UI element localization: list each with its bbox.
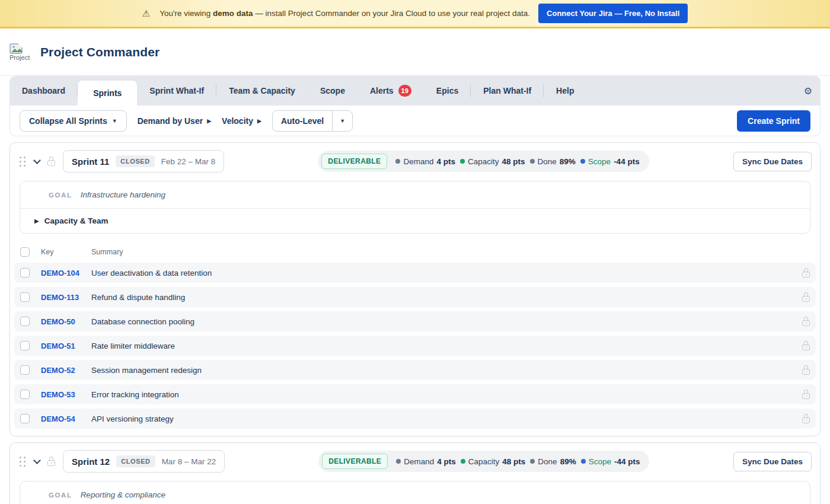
sprint-dates: Mar 8 – Mar 22	[162, 457, 216, 466]
sync-due-dates-button[interactable]: Sync Due Dates	[733, 452, 812, 471]
sprint-card-12: Sprint 12 CLOSED Mar 8 – Mar 22 DELIVERA…	[9, 442, 821, 504]
tab-team-capacity[interactable]: Team & Capacity	[216, 76, 308, 106]
tab-help[interactable]: Help	[544, 76, 586, 106]
tab-epics[interactable]: Epics	[424, 76, 471, 106]
gray-dot-icon	[530, 159, 535, 164]
sync-due-dates-button[interactable]: Sync Due Dates	[733, 152, 812, 171]
tab-bar: Dashboard Sprints Sprint What-If Team & …	[9, 76, 821, 106]
select-all-checkbox[interactable]	[20, 247, 30, 257]
app-header: Project Project Commander	[0, 28, 830, 76]
stat-value: 4 pts	[437, 457, 456, 466]
app-logo-broken-image: Project	[9, 43, 33, 61]
chevron-down-icon[interactable]	[33, 157, 41, 164]
sprint-card-11: Sprint 11 CLOSED Feb 22 – Mar 8 DELIVERA…	[9, 142, 821, 436]
table-row[interactable]: DEMO-104 User deactivation & data retent…	[14, 263, 816, 283]
logo-alt-text: Project	[9, 54, 30, 61]
row-checkbox[interactable]	[20, 414, 30, 423]
row-checkbox[interactable]	[20, 268, 30, 277]
goal-label: GOAL	[49, 192, 72, 199]
tab-alerts[interactable]: Alerts 19	[357, 76, 424, 106]
issue-key-link[interactable]: DEMO-50	[41, 317, 91, 326]
issue-summary: Rate limiter middleware	[91, 342, 175, 350]
tab-scope[interactable]: Scope	[308, 76, 357, 106]
sprint-dates: Feb 22 – Mar 8	[161, 157, 216, 166]
alerts-count-badge: 19	[398, 85, 411, 97]
table-row[interactable]: DEMO-52 Session management redesign	[14, 360, 816, 380]
table-row[interactable]: DEMO-113 Refund & dispute handling	[14, 287, 816, 307]
lock-icon	[47, 460, 55, 466]
velocity-label: Velocity	[222, 116, 253, 126]
capacity-team-expander[interactable]: ▶ Capacity & Team	[20, 208, 810, 233]
auto-level-caret[interactable]: ▼	[332, 111, 352, 131]
stat-label: Capacity	[468, 157, 499, 166]
nav-wrap: Dashboard Sprints Sprint What-If Team & …	[9, 76, 821, 136]
caret-down-icon: ▼	[340, 118, 345, 124]
issue-key-link[interactable]: DEMO-104	[41, 269, 91, 277]
table-row[interactable]: DEMO-51 Rate limiter middleware	[14, 336, 816, 356]
expander-right-icon: ▶	[34, 218, 39, 224]
goal-label: GOAL	[49, 492, 72, 499]
tab-dashboard[interactable]: Dashboard	[9, 76, 78, 106]
lock-icon	[802, 393, 810, 399]
tab-sprints[interactable]: Sprints	[78, 81, 137, 106]
chevron-down-icon[interactable]	[33, 457, 41, 464]
sprint-name-pill[interactable]: Sprint 12 CLOSED Mar 8 – Mar 22	[63, 450, 225, 473]
blue-dot-icon	[581, 459, 586, 464]
demand-by-user-label: Demand by User	[138, 116, 203, 126]
lock-icon	[47, 160, 55, 166]
collapse-all-sprints-label: Collapse All Sprints	[29, 116, 107, 126]
table-row[interactable]: DEMO-54 API versioning strategy	[14, 409, 816, 429]
demo-data-banner: ⚠ You're viewing demo data — install Pro…	[0, 0, 830, 28]
collapse-all-sprints-button[interactable]: Collapse All Sprints ▼	[20, 110, 127, 132]
banner-text: You're viewing demo data — install Proje…	[159, 9, 530, 18]
velocity-button[interactable]: Velocity ▶	[222, 116, 261, 126]
tab-sprint-what-if[interactable]: Sprint What-If	[137, 76, 216, 106]
tab-plan-what-if[interactable]: Plan What-If	[471, 76, 544, 106]
table-row[interactable]: DEMO-50 Database connection pooling	[14, 311, 816, 331]
issue-key-link[interactable]: DEMO-54	[41, 414, 91, 423]
sprint-name-pill[interactable]: Sprint 11 CLOSED Feb 22 – Mar 8	[63, 150, 224, 173]
stat-done: Done 89%	[530, 157, 576, 166]
row-checkbox[interactable]	[20, 341, 30, 350]
stat-value: -44 pts	[614, 157, 640, 166]
row-checkbox[interactable]	[20, 317, 30, 326]
row-checkbox[interactable]	[20, 390, 30, 399]
issue-key-link[interactable]: DEMO-51	[41, 342, 91, 350]
auto-level-button[interactable]: Auto-Level	[273, 111, 332, 131]
stat-label: Done	[538, 157, 557, 166]
banner-text-bold: demo data	[213, 9, 253, 18]
sprint-stats-pill: DELIVERABLE Demand 4 pts Capacity 48 pts…	[318, 151, 649, 172]
demand-by-user-button[interactable]: Demand by User ▶	[138, 116, 211, 126]
stat-done: Done 89%	[530, 457, 576, 466]
issue-key-link[interactable]: DEMO-52	[41, 366, 91, 375]
sprint-stats-pill: DELIVERABLE Demand 4 pts Capacity 48 pts…	[318, 451, 649, 472]
drag-handle-icon[interactable]	[18, 455, 27, 468]
deliverable-badge: DELIVERABLE	[321, 154, 387, 169]
gray-dot-icon	[396, 459, 401, 464]
gray-dot-icon	[530, 459, 535, 464]
stat-demand: Demand 4 pts	[395, 157, 455, 166]
stat-label: Done	[538, 457, 557, 466]
stat-value: 89%	[560, 157, 576, 166]
settings-gear-icon[interactable]: ⚙	[804, 85, 812, 97]
green-dot-icon	[461, 459, 465, 464]
gray-dot-icon	[395, 159, 400, 164]
create-sprint-button[interactable]: Create Sprint	[737, 110, 810, 132]
row-checkbox[interactable]	[20, 365, 30, 375]
stat-label: Scope	[588, 157, 611, 166]
stat-label: Demand	[403, 157, 433, 166]
lock-icon	[802, 344, 810, 350]
issue-summary: Database connection pooling	[91, 317, 194, 326]
table-row[interactable]: DEMO-53 Error tracking integration	[14, 384, 816, 404]
sprint-name: Sprint 11	[72, 157, 109, 167]
caret-right-icon: ▶	[257, 118, 261, 124]
issue-key-link[interactable]: DEMO-113	[41, 293, 91, 302]
sprint-11-header: Sprint 11 CLOSED Feb 22 – Mar 8 DELIVERA…	[10, 143, 820, 180]
column-header-summary: Summary	[91, 248, 123, 256]
issue-key-link[interactable]: DEMO-53	[41, 390, 91, 399]
stat-capacity: Capacity 48 pts	[461, 457, 526, 466]
stat-value: 48 pts	[502, 457, 525, 466]
drag-handle-icon[interactable]	[18, 155, 27, 168]
connect-jira-button[interactable]: Connect Your Jira — Free, No Install	[538, 4, 688, 23]
row-checkbox[interactable]	[20, 292, 30, 302]
